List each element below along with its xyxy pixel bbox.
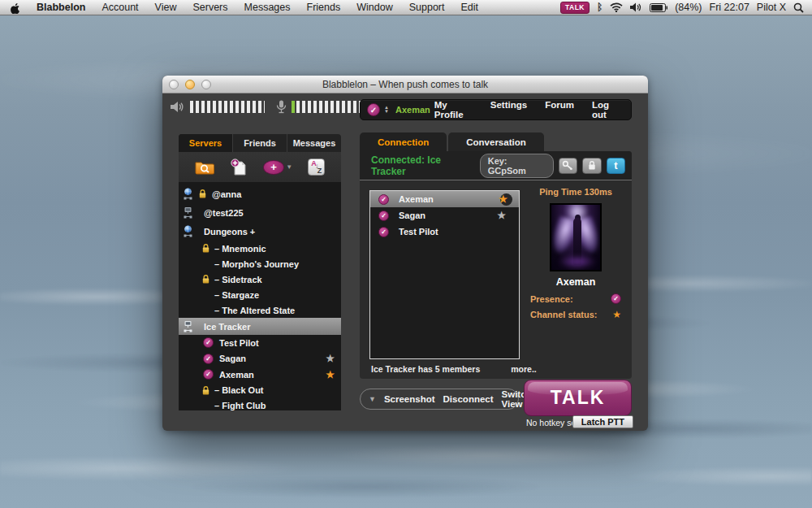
member-name: Test Pilot xyxy=(399,227,438,237)
search-folder-button[interactable] xyxy=(195,159,214,175)
tab-servers[interactable]: Servers xyxy=(179,134,233,152)
menu-user[interactable]: Pilot X xyxy=(757,2,786,13)
presence-label: Presence: xyxy=(530,294,573,304)
presence-check-icon: ✓ xyxy=(378,194,389,205)
chevron-down-icon[interactable]: ▼ xyxy=(369,395,376,403)
tab-friends[interactable]: Friends xyxy=(233,134,287,152)
settings-link[interactable]: Settings xyxy=(490,100,527,119)
menu-item-messages[interactable]: Messages xyxy=(236,2,299,13)
microphone-icon xyxy=(276,100,287,114)
tab-messages[interactable]: Messages xyxy=(287,134,341,152)
latch-ptt-button[interactable]: Latch PTT xyxy=(572,415,633,428)
channel-row-sidetrack[interactable]: – Sidetrack xyxy=(179,271,341,287)
logout-link[interactable]: Log out xyxy=(592,100,621,119)
menu-item-servers[interactable]: Servers xyxy=(184,2,235,13)
lock-button[interactable] xyxy=(582,158,601,174)
menu-item-account[interactable]: Account xyxy=(93,2,146,13)
tab-conversation[interactable]: Conversation xyxy=(448,132,544,151)
disconnect-button[interactable]: Disconnect xyxy=(443,394,494,404)
sort-az-button[interactable]: A ↓ Z xyxy=(308,158,325,176)
talk-status-badge[interactable]: TALK xyxy=(560,2,590,14)
member-row-sagan[interactable]: ✓ Sagan ★ xyxy=(179,351,341,367)
member-row-sagan[interactable]: ✓ Sagan ★ xyxy=(370,207,519,224)
member-name: Axeman xyxy=(399,194,434,204)
server-network-icon xyxy=(183,206,193,219)
spotlight-search-icon[interactable] xyxy=(793,2,804,13)
screenshot-button[interactable]: Screenshot xyxy=(384,394,435,404)
twitter-button[interactable]: t xyxy=(607,158,625,174)
avatar xyxy=(550,203,602,271)
window-content: Servers Friends Messages + ▼ A ↓ Z xyxy=(162,93,648,431)
member-row-test-pilot[interactable]: ✓ Test Pilot xyxy=(370,224,519,240)
channel-label: – The Altered State xyxy=(214,306,295,315)
channel-row-stargaze[interactable]: – Stargaze xyxy=(179,287,341,302)
server-row-anna[interactable]: @anna xyxy=(179,185,341,203)
avatar-base-glow xyxy=(558,255,597,268)
sort-z-glyph: Z xyxy=(317,167,322,175)
presence-check-icon: ✓ xyxy=(203,369,214,380)
close-button[interactable] xyxy=(169,80,179,89)
talk-button[interactable]: TALK xyxy=(524,380,632,416)
menu-item-app[interactable]: Blabbelon xyxy=(28,2,93,13)
menu-item-view[interactable]: View xyxy=(147,2,185,13)
server-row-dungeons[interactable]: Dungeons + xyxy=(179,222,341,241)
member-row-axeman[interactable]: ✓ Axeman ★ xyxy=(370,191,519,207)
wifi-icon[interactable] xyxy=(610,2,623,12)
selected-member-info: Ping Time 130ms Axeman Presence: ✓ Chann… xyxy=(522,187,629,319)
more-link[interactable]: more.. xyxy=(511,364,537,374)
menu-item-edit[interactable]: Edit xyxy=(452,2,486,13)
window-titlebar[interactable]: Blabblelon – When push comes to talk xyxy=(162,76,648,93)
menu-clock[interactable]: Fri 22:07 xyxy=(710,2,749,13)
lock-icon xyxy=(201,243,210,254)
mic-level-bar xyxy=(292,101,295,113)
new-document-button[interactable] xyxy=(230,158,248,176)
action-bar: ▼ Screenshot Disconnect Switch View xyxy=(360,389,519,410)
blabbelon-window: Blabblelon – When push comes to talk S xyxy=(162,76,648,431)
member-profile-name: Axeman xyxy=(522,276,629,288)
channel-label: – Stargaze xyxy=(214,290,259,300)
battery-icon[interactable] xyxy=(650,3,667,12)
apple-menu-icon[interactable] xyxy=(0,2,28,14)
lock-icon xyxy=(201,274,210,284)
my-presence-icon[interactable]: ✓ xyxy=(367,103,380,116)
server-row-ice-tracker[interactable]: Ice Tracker xyxy=(179,318,341,335)
presence-check-icon: ✓ xyxy=(611,293,621,304)
menu-item-friends[interactable]: Friends xyxy=(299,2,349,13)
minimize-button[interactable] xyxy=(185,80,195,89)
channel-label: – Morpho's Journey xyxy=(214,259,299,269)
menu-item-window[interactable]: Window xyxy=(348,2,400,13)
channel-row-fight-club[interactable]: – Fight Club xyxy=(179,398,341,411)
my-profile-link[interactable]: My Profile xyxy=(434,100,473,119)
member-label: Axeman xyxy=(219,370,254,380)
member-count-text: Ice Tracker has 5 members xyxy=(371,364,480,374)
server-network-icon xyxy=(183,320,193,333)
channel-row-mnemonic[interactable]: – Mnemonic xyxy=(179,241,341,256)
channel-label: – Mnemonic xyxy=(214,244,266,254)
channel-row-morphos-journey[interactable]: – Morpho's Journey xyxy=(179,256,341,271)
presence-stepper[interactable]: ▲▼ xyxy=(384,106,389,114)
zoom-button[interactable] xyxy=(201,80,211,89)
key-button[interactable] xyxy=(559,158,577,174)
channel-row-the-altered-state[interactable]: – The Altered State xyxy=(179,302,341,318)
lock-icon xyxy=(198,189,207,199)
forum-link[interactable]: Forum xyxy=(545,100,574,119)
plus-icon: + xyxy=(263,160,284,175)
window-title: Blabblelon – When push comes to talk xyxy=(322,79,488,90)
member-label: Sagan xyxy=(219,354,246,363)
volume-icon[interactable] xyxy=(630,2,642,12)
audio-meters xyxy=(171,100,371,114)
member-row-axeman[interactable]: ✓ Axeman ★ xyxy=(179,367,341,383)
chevron-down-icon: ▼ xyxy=(286,163,292,171)
channel-member-list[interactable]: ✓ Axeman ★ ✓ Sagan ★ ✓ Test Pilot xyxy=(369,190,520,359)
member-row-test-pilot[interactable]: ✓ Test Pilot xyxy=(179,335,341,351)
left-tab-bar: Servers Friends Messages xyxy=(179,134,341,152)
channel-row-black-out[interactable]: – Black Out xyxy=(179,383,341,398)
menu-item-support[interactable]: Support xyxy=(401,2,453,13)
output-volume-meter[interactable] xyxy=(190,101,265,113)
channel-star-icon: ★ xyxy=(500,193,512,206)
bluetooth-icon[interactable]: ᛒ xyxy=(597,2,603,13)
add-server-dropdown-button[interactable]: + ▼ xyxy=(263,160,292,175)
server-row-test225[interactable]: @test225 xyxy=(179,203,341,222)
tab-connection[interactable]: Connection xyxy=(360,132,447,151)
server-label: Ice Tracker xyxy=(204,322,251,332)
